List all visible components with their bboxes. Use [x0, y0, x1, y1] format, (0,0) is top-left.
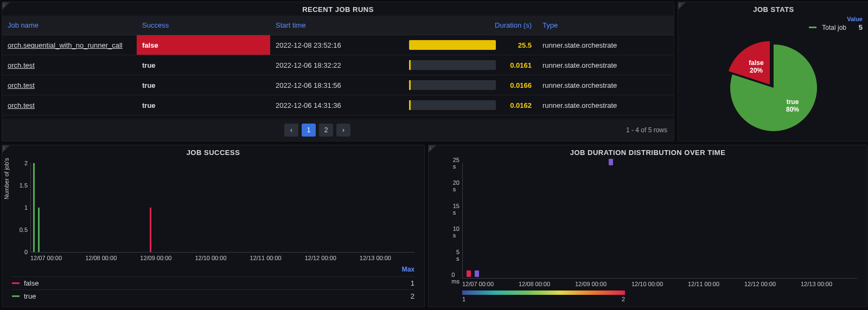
duration-value: 0.0162: [501, 101, 532, 109]
y-tick: 5 s: [456, 249, 463, 262]
panel-title: JOB DURATION DISTRIBUTION OVER TIME: [429, 145, 867, 159]
y-tick: 2: [24, 160, 31, 166]
x-ticks: 12/07 00:0012/08 00:0012/09 00:0012/10 0…: [462, 281, 857, 287]
job-name-link[interactable]: orch.sequential_with_no_runner_call: [8, 41, 123, 49]
table-row: orch.testtrue2022-12-06 18:31:560.0166ru…: [2, 75, 674, 95]
recent-jobs-table: Job name Success Start time Duration (s)…: [2, 16, 674, 115]
job-name-link[interactable]: orch.test: [8, 101, 35, 109]
x-tick: 12/08 00:00: [519, 281, 575, 287]
y-tick: 0.5: [20, 227, 31, 233]
legend-value: 5: [852, 23, 863, 31]
pager-page-1[interactable]: 1: [302, 124, 316, 137]
col-start-time[interactable]: Start time: [270, 16, 404, 35]
duration-plot: 0 ms5 s10 s15 s20 s25 s: [462, 163, 857, 279]
start-time-cell: 2022-12-08 23:52:16: [270, 35, 404, 55]
max-link[interactable]: Max: [2, 264, 424, 275]
table-row: orch.sequential_with_no_runner_callfalse…: [2, 35, 674, 55]
legend-value: 1: [411, 279, 414, 287]
panel-job-success: i JOB SUCCESS Number of job's 00.511.52 …: [2, 145, 425, 307]
pie-label-false: false20%: [749, 59, 764, 74]
col-success[interactable]: Success: [137, 16, 270, 35]
success-cell: true: [137, 75, 270, 95]
start-time-cell: 2022-12-06 18:31:56: [270, 75, 404, 95]
heatmap-cell: [467, 270, 471, 277]
x-tick: 12/13 00:00: [360, 255, 414, 261]
pager: ‹12› 1 - 4 of 5 rows: [2, 119, 674, 141]
x-tick: 12/11 00:00: [688, 281, 744, 287]
panel-menu-icon[interactable]: i: [2, 145, 10, 153]
success-cell: false: [137, 35, 270, 55]
bar: [38, 208, 40, 252]
type-cell: runner.state.orchestrate: [537, 35, 674, 55]
x-tick: 12/12 00:00: [305, 255, 360, 261]
heatmap-cell: [609, 159, 613, 165]
scale-max: 2: [622, 296, 625, 302]
color-scale-bar: [462, 290, 625, 295]
col-type[interactable]: Type: [537, 16, 674, 35]
y-axis-label: Number of job's: [3, 158, 10, 199]
panel-menu-icon[interactable]: i: [2, 2, 10, 10]
x-tick: 12/13 00:00: [801, 281, 857, 287]
x-tick: 12/12 00:00: [744, 281, 801, 287]
legend-swatch: [12, 295, 20, 297]
panel-title: JOB SUCCESS: [2, 145, 424, 159]
table-row: orch.testtrue2022-12-06 18:32:220.0161ru…: [2, 55, 674, 75]
x-tick: 12/07 00:00: [462, 281, 519, 287]
scale-min: 1: [462, 296, 465, 302]
duration-value: 0.0166: [501, 81, 532, 89]
x-tick: 12/10 00:00: [195, 255, 250, 261]
legend-swatch: [809, 27, 816, 28]
y-tick: 0 ms: [451, 272, 463, 285]
panel-menu-icon[interactable]: i: [678, 2, 686, 10]
value-header: Value: [847, 16, 863, 22]
page-info: 1 - 4 of 5 rows: [626, 126, 667, 134]
success-cell: true: [137, 55, 270, 75]
x-ticks: 12/07 00:0012/08 00:0012/09 00:0012/10 0…: [30, 255, 414, 261]
table-row: orch.testtrue2022-12-06 14:31:360.0162ru…: [2, 95, 674, 115]
x-tick: 12/09 00:00: [575, 281, 631, 287]
y-tick: 0: [24, 249, 31, 255]
duration-bar: [409, 80, 496, 90]
y-tick: 1.5: [20, 182, 31, 189]
type-cell: runner.state.orchestrate: [537, 75, 674, 95]
col-job-name[interactable]: Job name: [2, 16, 137, 35]
start-time-cell: 2022-12-06 14:31:36: [270, 95, 404, 115]
legend-row[interactable]: true2: [12, 289, 414, 302]
type-cell: runner.state.orchestrate: [537, 95, 674, 115]
job-name-link[interactable]: orch.test: [8, 61, 35, 69]
duration-bar: [409, 100, 496, 110]
x-tick: 12/11 00:00: [250, 255, 305, 261]
type-cell: runner.state.orchestrate: [537, 55, 674, 75]
pager-next[interactable]: ›: [336, 124, 350, 137]
success-plot: 00.511.52: [30, 163, 414, 253]
pie-legend: Total job 5: [678, 23, 868, 35]
bar: [150, 208, 151, 252]
legend-row[interactable]: false1: [12, 276, 414, 289]
legend-value: 2: [411, 292, 414, 300]
heatmap-cell: [475, 270, 479, 277]
duration-value: 25.5: [501, 41, 532, 49]
pager-page-2[interactable]: 2: [319, 124, 333, 137]
y-tick: 10 s: [453, 225, 463, 238]
legend-name: false: [24, 279, 406, 287]
y-tick: 20 s: [453, 179, 463, 192]
success-cell: true: [137, 95, 270, 115]
duration-bar: [409, 40, 496, 50]
bar: [33, 163, 35, 252]
legend-swatch: [12, 282, 20, 284]
panel-duration-distribution: i JOB DURATION DISTRIBUTION OVER TIME 0 …: [428, 145, 867, 307]
panel-recent-job-runs: i RECENT JOB RUNS Job name Success Start…: [2, 2, 674, 141]
legend-label: Total job: [822, 24, 846, 31]
panel-job-stats: i JOB STATS Value Total job 5 true80% fa…: [678, 2, 868, 141]
job-name-link[interactable]: orch.test: [8, 81, 35, 89]
x-tick: 12/07 00:00: [30, 255, 85, 261]
panel-menu-icon[interactable]: i: [429, 145, 436, 153]
pager-prev[interactable]: ‹: [284, 124, 298, 137]
duration-bar: [409, 60, 496, 70]
legend-name: true: [24, 292, 406, 300]
col-duration[interactable]: Duration (s): [404, 16, 537, 35]
color-scale-labels: 1 2: [462, 296, 625, 302]
success-legend: false1true2: [2, 275, 424, 307]
x-tick: 12/10 00:00: [631, 281, 688, 287]
start-time-cell: 2022-12-06 18:32:22: [270, 55, 404, 75]
